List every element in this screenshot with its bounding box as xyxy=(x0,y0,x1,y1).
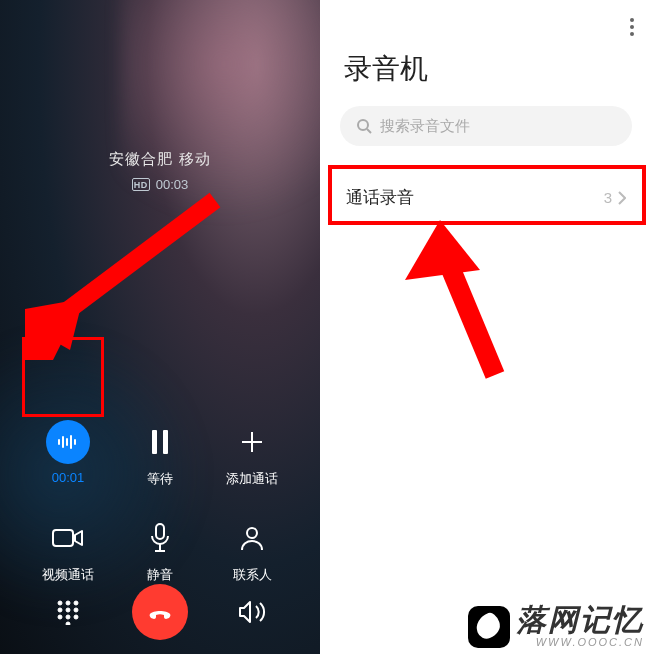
search-placeholder: 搜索录音文件 xyxy=(380,117,470,136)
hangup-icon xyxy=(145,597,175,627)
svg-point-22 xyxy=(74,615,78,619)
call-screen: 安徽合肥 移动 HD 00:03 xyxy=(0,0,320,654)
record-button[interactable]: 00:01 xyxy=(22,420,114,488)
record-timer: 00:01 xyxy=(52,470,85,485)
video-call-label: 视频通话 xyxy=(42,566,94,584)
dialpad-button[interactable] xyxy=(40,584,96,640)
svg-point-23 xyxy=(66,622,70,625)
call-location: 安徽合肥 移动 xyxy=(0,150,320,169)
svg-point-16 xyxy=(74,601,78,605)
add-call-button[interactable]: 添加通话 xyxy=(206,420,298,488)
contacts-button[interactable]: 联系人 xyxy=(206,516,298,584)
call-timer-row: HD 00:03 xyxy=(0,177,320,192)
dialpad-icon xyxy=(55,599,81,625)
pause-icon xyxy=(138,420,182,464)
svg-point-18 xyxy=(66,608,70,612)
svg-point-13 xyxy=(247,528,257,538)
recorder-screen: 录音机 搜索录音文件 通话录音 3 xyxy=(320,0,652,654)
add-call-label: 添加通话 xyxy=(226,470,278,488)
call-duration: 00:03 xyxy=(156,177,189,192)
svg-point-14 xyxy=(58,601,62,605)
video-call-button[interactable]: 视频通话 xyxy=(22,516,114,584)
chevron-right-icon xyxy=(618,191,626,205)
watermark-url: WWW.OOOC.CN xyxy=(516,637,644,648)
svg-point-17 xyxy=(58,608,62,612)
svg-rect-6 xyxy=(163,430,168,454)
svg-point-19 xyxy=(74,608,78,612)
more-button[interactable] xyxy=(622,10,642,44)
mute-label: 静音 xyxy=(147,566,173,584)
contacts-icon xyxy=(230,516,274,560)
hangup-button[interactable] xyxy=(132,584,188,640)
speaker-icon xyxy=(238,600,266,624)
call-recordings-item[interactable]: 通话录音 3 xyxy=(332,168,640,227)
svg-point-20 xyxy=(58,615,62,619)
svg-point-24 xyxy=(358,120,368,130)
plus-icon xyxy=(230,420,274,464)
watermark-logo xyxy=(468,606,510,648)
svg-point-15 xyxy=(66,601,70,605)
page-title: 录音机 xyxy=(320,0,652,106)
svg-point-21 xyxy=(66,615,70,619)
svg-line-25 xyxy=(367,129,371,133)
call-info: 安徽合肥 移动 HD 00:03 xyxy=(0,150,320,192)
call-recordings-count: 3 xyxy=(604,189,612,206)
hold-label: 等待 xyxy=(147,470,173,488)
svg-rect-5 xyxy=(152,430,157,454)
microphone-icon xyxy=(138,516,182,560)
hd-badge: HD xyxy=(132,178,150,191)
watermark-text: 落网记忆 xyxy=(516,605,644,635)
speaker-button[interactable] xyxy=(224,584,280,640)
hold-button[interactable]: 等待 xyxy=(114,420,206,488)
call-recordings-label: 通话录音 xyxy=(346,186,414,209)
call-controls: 00:01 等待 添加通话 xyxy=(0,420,320,584)
watermark: 落网记忆 WWW.OOOC.CN xyxy=(468,605,644,648)
svg-rect-10 xyxy=(156,524,164,539)
more-icon xyxy=(622,10,642,44)
record-icon xyxy=(46,420,90,464)
svg-rect-9 xyxy=(53,530,73,546)
search-icon xyxy=(356,118,372,134)
mute-button[interactable]: 静音 xyxy=(114,516,206,584)
search-input[interactable]: 搜索录音文件 xyxy=(340,106,632,146)
contacts-label: 联系人 xyxy=(233,566,272,584)
annotation-highlight-record xyxy=(22,337,104,417)
video-icon xyxy=(46,516,90,560)
bottom-controls xyxy=(0,584,320,640)
